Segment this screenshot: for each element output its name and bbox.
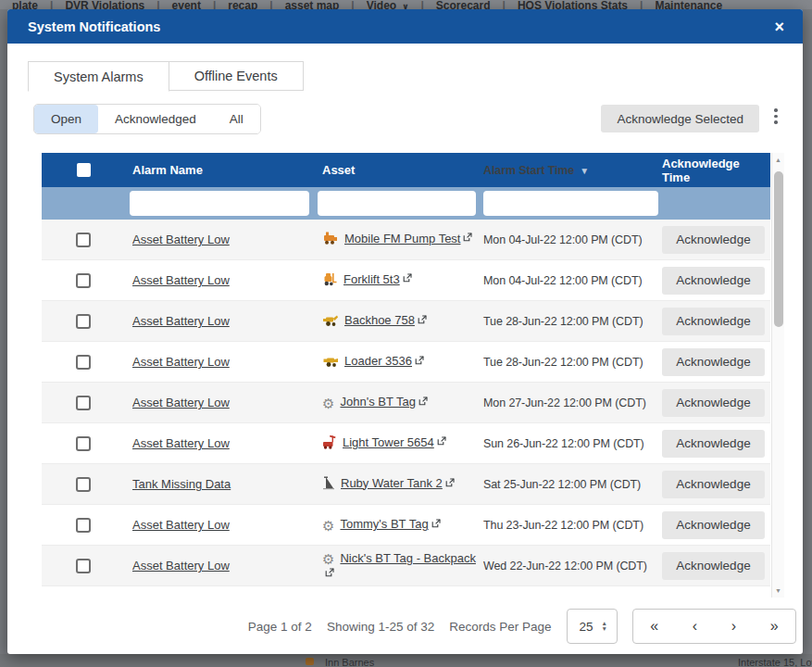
asset-link[interactable]: Light Tower 5654: [343, 435, 434, 449]
acknowledge-selected-button[interactable]: Acknowledge Selected: [601, 105, 759, 132]
filter-open[interactable]: Open: [34, 105, 98, 133]
alarm-name-link[interactable]: Tank Missing Data: [132, 477, 231, 491]
row-checkbox[interactable]: [76, 559, 91, 573]
acknowledge-button[interactable]: Acknowledge: [662, 348, 765, 376]
alarm-start-time: Sun 26-Jun-22 12:00 PM (CDT): [481, 437, 662, 450]
status-filter-group: OpenAcknowledgedAll: [33, 104, 261, 134]
background-nav-item: DVR Violations: [53, 0, 156, 9]
alarm-start-time-filter-input[interactable]: [483, 191, 658, 216]
alarm-name-link[interactable]: Asset Battery Low: [132, 355, 230, 369]
alarm-name-link[interactable]: Asset Battery Low: [132, 233, 230, 246]
prev-page-icon[interactable]: ‹: [687, 618, 703, 635]
asset-link[interactable]: Ruby Water Tank 2: [341, 476, 443, 490]
table-row: Tank Missing DataRuby Water Tank 2Sat 25…: [42, 464, 770, 505]
asset-link[interactable]: Tommy's BT Tag: [340, 517, 428, 531]
vertical-dots-icon[interactable]: [773, 108, 779, 124]
tab-offline-events[interactable]: Offline Events: [169, 61, 304, 91]
modal-titlebar: System Notifications ×: [7, 9, 803, 44]
external-link-icon: [445, 476, 455, 490]
alarms-table: Alarm Name Asset Alarm Start Time▼ Ackno…: [42, 153, 770, 586]
acknowledge-button[interactable]: Acknowledge: [662, 267, 765, 295]
asset-link[interactable]: Forklift 5t3: [344, 272, 400, 286]
bt-tag-icon: ⚙: [322, 552, 334, 566]
row-checkbox[interactable]: [76, 355, 91, 370]
asset-link[interactable]: John's BT Tag: [340, 395, 416, 409]
first-page-icon[interactable]: «: [644, 618, 664, 635]
asset-link[interactable]: Backhoe 758: [344, 313, 415, 327]
page-indicator: Page 1 of 2: [248, 620, 312, 634]
external-link-icon: [437, 434, 446, 448]
asset-filter-input[interactable]: [318, 191, 476, 216]
alarm-name-link[interactable]: Asset Battery Low: [132, 559, 230, 573]
acknowledge-button[interactable]: Acknowledge: [662, 430, 765, 458]
table-filter-row: [42, 187, 770, 220]
filter-acknowledged[interactable]: Acknowledged: [98, 105, 213, 133]
select-all-checkbox[interactable]: [77, 163, 91, 177]
table-scrollbar[interactable]: ▲ ▼: [771, 153, 784, 598]
modal-tabs: System AlarmsOffline Events: [28, 61, 304, 92]
alarm-name-link[interactable]: Asset Battery Low: [132, 273, 230, 287]
alarm-name-link[interactable]: Asset Battery Low: [132, 436, 230, 450]
row-checkbox[interactable]: [76, 396, 91, 410]
acknowledge-button[interactable]: Acknowledge: [662, 389, 765, 417]
modal-title: System Notifications: [28, 19, 774, 34]
last-page-icon[interactable]: »: [765, 618, 784, 635]
column-header-asset[interactable]: Asset: [315, 163, 481, 177]
acknowledge-button[interactable]: Acknowledge: [662, 308, 765, 335]
row-checkbox[interactable]: [76, 233, 91, 247]
background-nav-item: HOS Violations Stats: [506, 0, 640, 9]
table-row: Asset Battery LowBackhoe 758Tue 28-Jun-2…: [42, 301, 770, 342]
acknowledge-button[interactable]: Acknowledge: [662, 511, 765, 539]
filter-all[interactable]: All: [213, 105, 260, 133]
background-asset-icon: [306, 658, 314, 665]
tab-system-alarms[interactable]: System Alarms: [28, 61, 169, 92]
scrollbar-thumb[interactable]: [774, 171, 783, 327]
table-row: Asset Battery Low⚙Nick's BT Tag - Backpa…: [42, 546, 770, 586]
asset-link[interactable]: Mobile FM Pump Test: [344, 232, 460, 245]
close-icon[interactable]: ×: [774, 19, 784, 35]
row-checkbox[interactable]: [76, 436, 91, 451]
asset-link[interactable]: Loader 3536: [344, 354, 412, 368]
alarm-name-link[interactable]: Asset Battery Low: [132, 314, 230, 328]
background-asset-name: Inn Barnes: [325, 657, 374, 667]
row-checkbox[interactable]: [76, 518, 91, 533]
table-row: Asset Battery LowLoader 3536Tue 28-Jun-2…: [42, 342, 770, 383]
row-checkbox[interactable]: [76, 314, 91, 329]
asset-link[interactable]: Nick's BT Tag - Backpack: [340, 551, 476, 565]
acknowledge-button[interactable]: Acknowledge: [662, 552, 765, 580]
row-checkbox[interactable]: [76, 273, 91, 288]
scroll-down-icon[interactable]: ▼: [772, 587, 784, 594]
external-link-icon: [431, 517, 441, 531]
table-row: Asset Battery Low⚙Tommy's BT TagThu 23-J…: [42, 505, 770, 546]
external-link-icon: [325, 566, 334, 580]
alarm-name-link[interactable]: Asset Battery Low: [132, 396, 230, 409]
column-header-alarm-start-time[interactable]: Alarm Start Time▼: [481, 164, 662, 177]
acknowledge-button[interactable]: Acknowledge: [662, 471, 765, 498]
external-link-icon: [418, 395, 428, 409]
background-nav-bar: plate|DVR Violations|event|recap|asset m…: [0, 0, 812, 9]
loader-icon: [322, 354, 339, 371]
background-nav-item: event: [160, 0, 213, 9]
alarm-start-time: Tue 28-Jun-22 12:00 PM (CDT): [481, 356, 662, 369]
table-row: Asset Battery LowForklift 5t3Mon 04-Jul-…: [42, 260, 770, 301]
background-nav-item: Scorecard: [424, 0, 503, 9]
alarm-start-time: Sat 25-Jun-22 12:00 PM (CDT): [481, 478, 662, 491]
forklift-icon: [322, 271, 338, 289]
system-notifications-modal: System Notifications × System AlarmsOffl…: [7, 9, 803, 654]
acknowledge-button[interactable]: Acknowledge: [662, 226, 765, 254]
external-link-icon: [403, 271, 412, 285]
alarm-name-link[interactable]: Asset Battery Low: [132, 518, 230, 532]
external-link-icon: [415, 354, 424, 368]
page-size-select[interactable]: 25 ▲▼: [567, 609, 618, 644]
sort-desc-icon: ▼: [580, 166, 589, 176]
row-checkbox[interactable]: [76, 477, 91, 492]
alarm-name-filter-input[interactable]: [130, 191, 309, 216]
table-row: Asset Battery Low⚙John's BT TagMon 27-Ju…: [42, 383, 770, 423]
scroll-up-icon[interactable]: ▲: [772, 157, 784, 163]
showing-indicator: Showing 1-25 of 32: [327, 620, 434, 634]
column-header-alarm-name[interactable]: Alarm Name: [125, 163, 315, 177]
page-size-value: 25: [580, 620, 593, 634]
column-header-acknowledge-time[interactable]: Acknowledge Time: [662, 157, 770, 184]
select-arrows-icon: ▲▼: [602, 621, 607, 632]
next-page-icon[interactable]: ›: [726, 618, 742, 635]
